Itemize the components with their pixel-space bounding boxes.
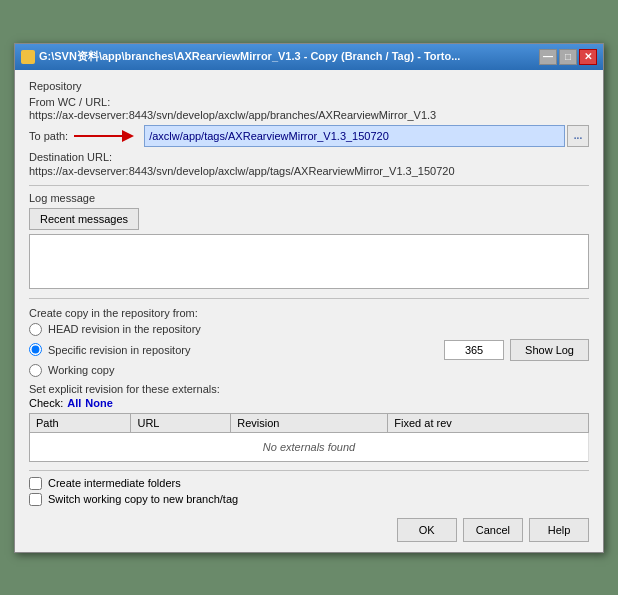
externals-section: Set explicit revision for these external… xyxy=(29,383,589,462)
to-path-label: To path: xyxy=(29,130,68,142)
bottom-checkboxes: Create intermediate folders Switch worki… xyxy=(29,470,589,506)
ok-button[interactable]: OK xyxy=(397,518,457,542)
dialog-content: Repository From WC / URL: https://ax-dev… xyxy=(15,70,603,552)
arrow-icon xyxy=(72,127,142,145)
working-copy-label: Working copy xyxy=(48,364,114,376)
recent-messages-button[interactable]: Recent messages xyxy=(29,208,139,230)
show-log-button[interactable]: Show Log xyxy=(510,339,589,361)
col-path: Path xyxy=(30,413,131,432)
switch-working-copy-row: Switch working copy to new branch/tag xyxy=(29,493,589,506)
main-window: G:\SVN资料\app\branches\AXRearviewMirror_V… xyxy=(14,43,604,553)
no-externals-row: No externals found xyxy=(30,432,589,461)
bottom-buttons: OK Cancel Help xyxy=(29,514,589,542)
head-revision-label: HEAD revision in the repository xyxy=(48,323,201,335)
from-url-text: https://ax-devserver:8443/svn/develop/ax… xyxy=(29,109,589,121)
col-revision: Revision xyxy=(231,413,388,432)
tortoise-icon xyxy=(21,50,35,64)
minimize-button[interactable]: — xyxy=(539,49,557,65)
check-label: Check: xyxy=(29,397,63,409)
log-message-label: Log message xyxy=(29,192,589,204)
close-button[interactable]: ✕ xyxy=(579,49,597,65)
destination-url-text: https://ax-devserver:8443/svn/develop/ax… xyxy=(29,165,589,177)
specific-revision-radio[interactable] xyxy=(29,343,42,356)
specific-revision-row: Specific revision in repository Show Log xyxy=(29,339,589,361)
revision-input[interactable] xyxy=(444,340,504,360)
create-intermediate-label: Create intermediate folders xyxy=(48,477,181,489)
to-path-row: To path: ... xyxy=(29,125,589,147)
no-externals-text: No externals found xyxy=(30,432,589,461)
help-button[interactable]: Help xyxy=(529,518,589,542)
specific-revision-label: Specific revision in repository xyxy=(48,344,190,356)
copy-from-label: Create copy in the repository from: xyxy=(29,307,589,319)
window-title: G:\SVN资料\app\branches\AXRearviewMirror_V… xyxy=(39,49,460,64)
from-wc-label: From WC / URL: xyxy=(29,96,589,108)
to-path-input[interactable] xyxy=(144,125,565,147)
repository-section: Repository From WC / URL: https://ax-dev… xyxy=(29,80,589,177)
create-intermediate-checkbox[interactable] xyxy=(29,477,42,490)
title-bar-left: G:\SVN资料\app\branches\AXRearviewMirror_V… xyxy=(21,49,460,64)
create-intermediate-row: Create intermediate folders xyxy=(29,477,589,490)
repository-label: Repository xyxy=(29,80,589,92)
maximize-button[interactable]: □ xyxy=(559,49,577,65)
none-link[interactable]: None xyxy=(85,397,113,409)
head-revision-row: HEAD revision in the repository xyxy=(29,323,589,336)
working-copy-radio[interactable] xyxy=(29,364,42,377)
col-fixed-at-rev: Fixed at rev xyxy=(388,413,589,432)
col-url: URL xyxy=(131,413,231,432)
externals-table: Path URL Revision Fixed at rev No extern… xyxy=(29,413,589,462)
copy-from-section: Create copy in the repository from: HEAD… xyxy=(29,307,589,377)
check-row: Check: All None xyxy=(29,397,589,409)
title-controls: — □ ✕ xyxy=(539,49,597,65)
title-bar: G:\SVN资料\app\branches\AXRearviewMirror_V… xyxy=(15,44,603,70)
all-link[interactable]: All xyxy=(67,397,81,409)
destination-url-label: Destination URL: xyxy=(29,151,589,163)
browse-button[interactable]: ... xyxy=(567,125,589,147)
log-message-textarea[interactable] xyxy=(29,234,589,289)
divider-2 xyxy=(29,298,589,299)
switch-working-copy-label: Switch working copy to new branch/tag xyxy=(48,493,238,505)
head-revision-radio[interactable] xyxy=(29,323,42,336)
cancel-button[interactable]: Cancel xyxy=(463,518,523,542)
externals-label: Set explicit revision for these external… xyxy=(29,383,589,395)
log-message-section: Log message Recent messages xyxy=(29,192,589,292)
divider-1 xyxy=(29,185,589,186)
working-copy-row: Working copy xyxy=(29,364,589,377)
switch-working-copy-checkbox[interactable] xyxy=(29,493,42,506)
